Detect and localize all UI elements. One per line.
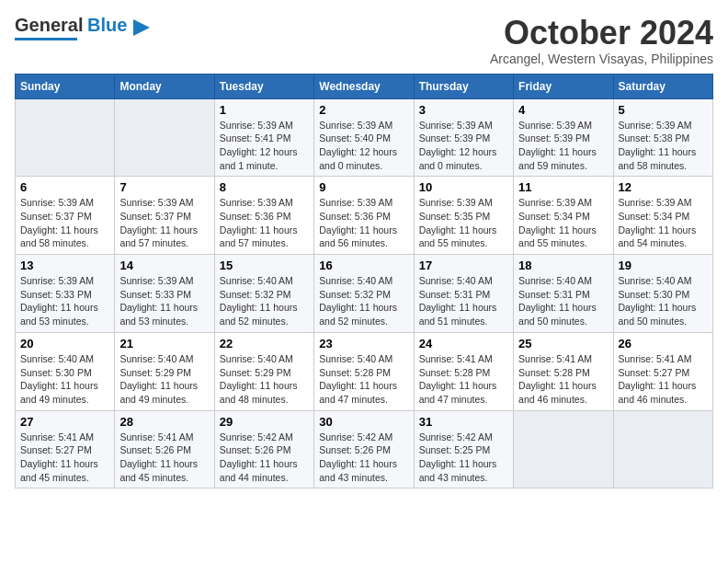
day-info: Sunrise: 5:39 AMSunset: 5:34 PMDaylight:… (518, 196, 608, 250)
logo-general: General (15, 15, 83, 35)
weekday-header-cell: Sunday (16, 74, 115, 98)
calendar-body: 1Sunrise: 5:39 AMSunset: 5:41 PMDaylight… (16, 98, 713, 488)
day-number: 19 (619, 259, 708, 272)
day-info: Sunrise: 5:41 AMSunset: 5:27 PMDaylight:… (20, 431, 109, 485)
day-number: 11 (518, 180, 608, 194)
day-info: Sunrise: 5:39 AMSunset: 5:41 PMDaylight:… (220, 119, 309, 173)
calendar-day-cell: 18Sunrise: 5:40 AMSunset: 5:31 PMDayligh… (514, 255, 613, 333)
day-info: Sunrise: 5:42 AMSunset: 5:26 PMDaylight:… (319, 431, 408, 485)
day-info: Sunrise: 5:41 AMSunset: 5:28 PMDaylight:… (419, 352, 508, 407)
location-subtitle: Arcangel, Western Visayas, Philippines (490, 52, 713, 66)
calendar-day-cell: 14Sunrise: 5:39 AMSunset: 5:33 PMDayligh… (115, 255, 214, 333)
calendar-day-cell (613, 410, 712, 488)
calendar-day-cell: 22Sunrise: 5:40 AMSunset: 5:29 PMDayligh… (214, 332, 313, 410)
day-number: 31 (419, 415, 508, 429)
day-info: Sunrise: 5:40 AMSunset: 5:31 PMDaylight:… (518, 274, 608, 328)
weekday-header-cell: Tuesday (214, 74, 313, 98)
calendar-day-cell (16, 98, 115, 177)
logo-underline (15, 38, 77, 40)
day-number: 12 (619, 180, 708, 194)
calendar-week-row: 13Sunrise: 5:39 AMSunset: 5:33 PMDayligh… (16, 255, 713, 333)
day-info: Sunrise: 5:40 AMSunset: 5:28 PMDaylight:… (319, 352, 408, 407)
weekday-header-cell: Friday (514, 74, 613, 98)
calendar-day-cell (514, 410, 613, 488)
day-number: 15 (220, 259, 309, 272)
day-number: 10 (419, 180, 508, 194)
day-number: 13 (20, 259, 109, 272)
day-info: Sunrise: 5:40 AMSunset: 5:30 PMDaylight:… (619, 274, 708, 328)
day-info: Sunrise: 5:39 AMSunset: 5:36 PMDaylight:… (220, 196, 309, 250)
calendar-day-cell (115, 98, 214, 177)
calendar-day-cell: 30Sunrise: 5:42 AMSunset: 5:26 PMDayligh… (314, 410, 414, 488)
day-number: 30 (319, 415, 408, 429)
day-info: Sunrise: 5:39 AMSunset: 5:39 PMDaylight:… (419, 119, 508, 173)
day-number: 23 (319, 337, 408, 350)
calendar-day-cell: 5Sunrise: 5:39 AMSunset: 5:38 PMDaylight… (613, 98, 712, 177)
calendar-day-cell: 4Sunrise: 5:39 AMSunset: 5:39 PMDaylight… (514, 98, 613, 177)
day-info: Sunrise: 5:39 AMSunset: 5:38 PMDaylight:… (619, 119, 708, 173)
day-info: Sunrise: 5:42 AMSunset: 5:25 PMDaylight:… (419, 431, 508, 485)
day-number: 6 (20, 180, 109, 194)
calendar-day-cell: 24Sunrise: 5:41 AMSunset: 5:28 PMDayligh… (414, 332, 513, 410)
day-number: 8 (220, 180, 309, 194)
day-info: Sunrise: 5:41 AMSunset: 5:27 PMDaylight:… (619, 352, 708, 407)
weekday-header-cell: Wednesday (314, 74, 414, 98)
day-number: 3 (419, 103, 508, 117)
day-info: Sunrise: 5:39 AMSunset: 5:34 PMDaylight:… (619, 196, 708, 250)
calendar-week-row: 27Sunrise: 5:41 AMSunset: 5:27 PMDayligh… (16, 410, 713, 488)
calendar-day-cell: 12Sunrise: 5:39 AMSunset: 5:34 PMDayligh… (613, 177, 712, 255)
calendar-day-cell: 29Sunrise: 5:42 AMSunset: 5:26 PMDayligh… (214, 410, 313, 488)
title-block: October 2024 Arcangel, Western Visayas, … (490, 15, 713, 66)
day-info: Sunrise: 5:39 AMSunset: 5:37 PMDaylight:… (119, 196, 209, 250)
day-number: 2 (319, 103, 408, 117)
month-year-title: October 2024 (490, 15, 713, 52)
calendar-day-cell: 23Sunrise: 5:40 AMSunset: 5:28 PMDayligh… (314, 332, 414, 410)
day-info: Sunrise: 5:40 AMSunset: 5:30 PMDaylight:… (20, 352, 109, 407)
weekday-header-cell: Saturday (613, 74, 712, 98)
calendar-day-cell: 16Sunrise: 5:40 AMSunset: 5:32 PMDayligh… (314, 255, 414, 333)
day-number: 16 (319, 259, 408, 272)
day-info: Sunrise: 5:39 AMSunset: 5:35 PMDaylight:… (419, 196, 508, 250)
day-number: 29 (220, 415, 309, 429)
day-info: Sunrise: 5:39 AMSunset: 5:33 PMDaylight:… (20, 274, 109, 328)
day-info: Sunrise: 5:39 AMSunset: 5:36 PMDaylight:… (319, 196, 408, 250)
day-info: Sunrise: 5:39 AMSunset: 5:39 PMDaylight:… (518, 119, 608, 173)
calendar-day-cell: 9Sunrise: 5:39 AMSunset: 5:36 PMDaylight… (314, 177, 414, 255)
calendar-week-row: 6Sunrise: 5:39 AMSunset: 5:37 PMDaylight… (16, 177, 713, 255)
weekday-header-cell: Monday (115, 74, 214, 98)
calendar-day-cell: 7Sunrise: 5:39 AMSunset: 5:37 PMDaylight… (115, 177, 214, 255)
day-info: Sunrise: 5:39 AMSunset: 5:33 PMDaylight:… (119, 274, 209, 328)
day-number: 22 (220, 337, 309, 350)
day-number: 9 (319, 180, 408, 194)
calendar-day-cell: 15Sunrise: 5:40 AMSunset: 5:32 PMDayligh… (214, 255, 313, 333)
calendar-day-cell: 21Sunrise: 5:40 AMSunset: 5:29 PMDayligh… (115, 332, 214, 410)
logo: General Blue (15, 15, 150, 40)
calendar-day-cell: 28Sunrise: 5:41 AMSunset: 5:26 PMDayligh… (115, 410, 214, 488)
day-number: 24 (419, 337, 508, 350)
weekday-header-cell: Thursday (414, 74, 513, 98)
day-number: 25 (518, 337, 608, 350)
calendar-day-cell: 3Sunrise: 5:39 AMSunset: 5:39 PMDaylight… (414, 98, 513, 177)
day-number: 20 (20, 337, 109, 350)
calendar-day-cell: 25Sunrise: 5:41 AMSunset: 5:28 PMDayligh… (514, 332, 613, 410)
day-info: Sunrise: 5:42 AMSunset: 5:26 PMDaylight:… (220, 431, 309, 485)
calendar-day-cell: 1Sunrise: 5:39 AMSunset: 5:41 PMDaylight… (214, 98, 313, 177)
page-header: General Blue October 2024 Arcangel, West… (15, 15, 713, 66)
calendar-day-cell: 31Sunrise: 5:42 AMSunset: 5:25 PMDayligh… (414, 410, 513, 488)
day-number: 26 (619, 337, 708, 350)
calendar-day-cell: 27Sunrise: 5:41 AMSunset: 5:27 PMDayligh… (16, 410, 115, 488)
day-number: 27 (20, 415, 109, 429)
day-info: Sunrise: 5:40 AMSunset: 5:29 PMDaylight:… (119, 352, 209, 407)
calendar-day-cell: 11Sunrise: 5:39 AMSunset: 5:34 PMDayligh… (514, 177, 613, 255)
day-info: Sunrise: 5:40 AMSunset: 5:31 PMDaylight:… (419, 274, 508, 328)
day-number: 1 (220, 103, 309, 117)
day-number: 5 (619, 103, 708, 117)
day-number: 14 (119, 259, 209, 272)
calendar-day-cell: 17Sunrise: 5:40 AMSunset: 5:31 PMDayligh… (414, 255, 513, 333)
calendar-week-row: 1Sunrise: 5:39 AMSunset: 5:41 PMDaylight… (16, 98, 713, 177)
day-info: Sunrise: 5:41 AMSunset: 5:26 PMDaylight:… (119, 431, 209, 485)
day-info: Sunrise: 5:39 AMSunset: 5:37 PMDaylight:… (20, 196, 109, 250)
logo-icon (133, 19, 150, 36)
day-info: Sunrise: 5:39 AMSunset: 5:40 PMDaylight:… (319, 119, 408, 173)
day-number: 21 (119, 337, 209, 350)
